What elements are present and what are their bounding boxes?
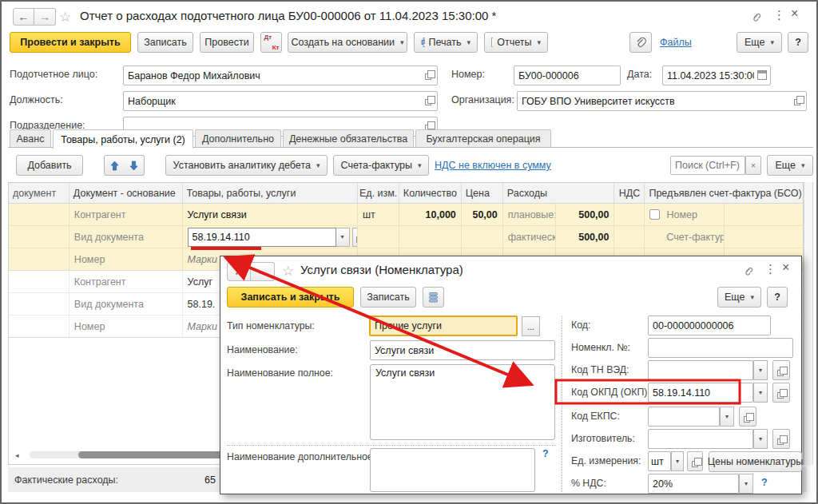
accountable-input[interactable]	[123, 65, 438, 85]
files-link[interactable]: Файлы	[660, 37, 692, 48]
open-button[interactable]	[772, 429, 790, 449]
nav-group: ← →	[13, 8, 56, 26]
help-button[interactable]: ?	[788, 32, 808, 53]
organization-input[interactable]	[517, 91, 807, 111]
set-debit-analytics-button[interactable]: Установить аналитику дебета▾	[165, 155, 328, 176]
dropdown-button[interactable]: ▾	[720, 407, 734, 427]
tab-accounting-operation[interactable]: Бухгалтерская операция	[415, 129, 551, 147]
tab-monetary-obligations[interactable]: Денежные обязательства	[283, 129, 414, 147]
okpd-cell-input[interactable]: 58.19.14.110	[188, 228, 336, 247]
forward-button[interactable]: →	[34, 8, 56, 26]
vat-not-included-link[interactable]: НДС не включен в сумму	[435, 160, 551, 171]
dropdown-button[interactable]: ▾	[671, 451, 684, 471]
number-input[interactable]	[514, 65, 621, 85]
search-clear-button[interactable]: ×	[745, 156, 761, 175]
menu-dots-icon[interactable]: ⋮	[773, 8, 785, 22]
col-header-document[interactable]: документ	[9, 183, 69, 203]
manufacturer-input[interactable]	[648, 429, 753, 449]
table-row[interactable]: Контрагент Услуги связи шт 10,000 50,00 …	[9, 204, 803, 226]
open-button[interactable]	[687, 451, 703, 471]
help-question-icon[interactable]: ?	[761, 477, 768, 488]
favorite-star-icon[interactable]: ☆	[282, 263, 294, 280]
more-button[interactable]: Еще▾	[737, 32, 782, 53]
calendar-icon[interactable]	[757, 70, 767, 80]
col-header-expenses[interactable]: Расходы	[503, 183, 615, 203]
okpd-input[interactable]	[648, 383, 753, 403]
v-scrollbar-track[interactable]	[804, 182, 813, 465]
additional-name-textarea[interactable]	[370, 448, 535, 492]
additional-name-label: Наименование дополнительное:	[227, 451, 375, 462]
invoices-button[interactable]: Счета-фактуры▾	[333, 155, 429, 176]
tab-avans[interactable]: Аванс	[10, 129, 51, 147]
close-icon[interactable]: ×	[791, 6, 798, 21]
open-field-icon	[777, 370, 784, 376]
main-window: ← → ☆ Отчет о расходах подотчетного лица…	[0, 0, 818, 504]
col-header-goods[interactable]: Товары, работы, услуги	[183, 183, 359, 203]
post-button[interactable]: Провести	[200, 32, 254, 53]
search-input[interactable]	[670, 156, 745, 175]
unit-input[interactable]	[648, 451, 671, 471]
position-input[interactable]	[123, 91, 438, 111]
code-input[interactable]	[648, 315, 771, 335]
close-icon[interactable]: ×	[782, 260, 789, 275]
back-button[interactable]: ←	[227, 262, 251, 281]
invoice-checkbox[interactable]	[649, 209, 660, 220]
help-question-icon[interactable]: ?	[542, 448, 549, 459]
more-button[interactable]: Еще▾	[717, 287, 761, 308]
open-field-icon[interactable]	[425, 99, 431, 105]
save-button[interactable]: Записать	[360, 287, 416, 308]
post-and-close-button[interactable]: Провести и закрыть	[10, 32, 131, 53]
tab-goods-works-services[interactable]: Товары, работы, услуги (2)	[53, 129, 193, 149]
create-based-on-button[interactable]: Создать на основании▾	[288, 32, 407, 53]
back-button[interactable]: ←	[13, 8, 34, 26]
favorite-star-icon[interactable]: ☆	[59, 9, 71, 26]
open-button[interactable]	[772, 360, 790, 380]
col-header-invoice-bso[interactable]: Предъявлен счет-фактура (БСО)	[645, 183, 803, 203]
open-button[interactable]	[772, 383, 790, 403]
move-down-button[interactable]	[124, 155, 145, 176]
table-row[interactable]: Вид документа 58.19.14.110 ▾ фактические…	[9, 226, 803, 248]
open-field-icon[interactable]	[425, 73, 431, 80]
open-field-icon[interactable]	[794, 99, 800, 105]
dropdown-button[interactable]: ▾	[739, 474, 753, 494]
help-button[interactable]: ?	[767, 287, 788, 308]
nomenclature-prices-button[interactable]: Цены номенклатуры	[709, 451, 802, 472]
ekps-input[interactable]	[648, 407, 720, 427]
tnved-input[interactable]	[648, 360, 753, 380]
open-button[interactable]	[739, 407, 756, 427]
link-icon[interactable]	[749, 10, 762, 22]
reports-button[interactable]: Отчеты▾	[484, 32, 548, 53]
dropdown-button[interactable]: ▾	[753, 429, 768, 449]
vat-input[interactable]	[648, 474, 739, 494]
dropdown-button[interactable]: ▾	[753, 360, 768, 380]
scroll-left-icon[interactable]: ◂	[15, 451, 19, 459]
tab-additional[interactable]: Дополнительно	[195, 129, 281, 147]
table-more-button[interactable]: Еще▾	[767, 155, 813, 176]
print-button[interactable]: Печать▾	[414, 32, 478, 53]
attachments-button[interactable]	[629, 32, 652, 53]
show-in-list-button[interactable]	[423, 287, 444, 308]
save-and-close-button[interactable]: Записать и закрыть	[227, 287, 354, 308]
save-button[interactable]: Записать	[137, 32, 193, 53]
col-header-vat[interactable]: НДС	[614, 183, 645, 203]
type-input[interactable]: Прочие услуги	[369, 315, 518, 336]
move-up-button[interactable]	[104, 155, 125, 176]
dropdown-button[interactable]: ▾	[753, 383, 768, 403]
date-input[interactable]	[662, 65, 771, 85]
full-name-textarea[interactable]: Услуги связи	[370, 364, 555, 440]
add-row-button[interactable]: Добавить	[16, 155, 83, 176]
col-header-qty[interactable]: Количество	[399, 183, 462, 203]
col-header-doc-base[interactable]: Документ - основание	[69, 183, 183, 203]
col-header-unit[interactable]: Ед. изм.	[358, 183, 399, 203]
dropdown-button[interactable]: ▾	[336, 228, 350, 247]
open-button[interactable]	[352, 228, 359, 247]
dt-kt-button[interactable]: Дт Кт	[260, 32, 282, 53]
nomenclature-number-input[interactable]	[648, 338, 793, 358]
okpd-cell-editor[interactable]: 58.19.14.110 ▾	[188, 228, 359, 247]
type-more-button[interactable]: ...	[522, 316, 540, 336]
col-header-price[interactable]: Цена	[462, 183, 503, 203]
link-icon[interactable]	[741, 264, 754, 276]
menu-dots-icon[interactable]: ⋮	[764, 262, 776, 276]
forward-button[interactable]: →	[251, 262, 275, 281]
name-input[interactable]	[370, 340, 555, 360]
